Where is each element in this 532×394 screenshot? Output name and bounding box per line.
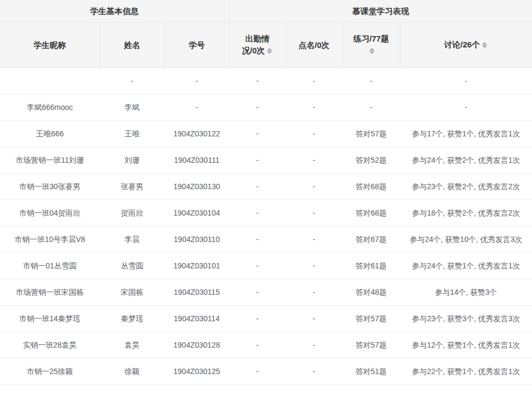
cell-exercise: 答对68题 bbox=[342, 200, 400, 226]
cell-discussion: 参与17个, 获赞1个, 优秀发言1次 bbox=[400, 121, 532, 147]
cell-student-id: - bbox=[164, 94, 229, 121]
cell-discussion: 参与22个, 获赞1个, 优秀发言1次 bbox=[400, 358, 532, 385]
cell-nickname: 市场营销一班宋国栋 bbox=[0, 279, 100, 306]
cell-student-id: 1904Z030111 bbox=[164, 147, 229, 174]
sort-caret[interactable] bbox=[481, 39, 488, 51]
cell-name: - bbox=[100, 68, 164, 94]
sort-caret[interactable] bbox=[266, 45, 273, 57]
cell-attendance: - bbox=[229, 174, 286, 200]
sort-desc-icon[interactable] bbox=[369, 51, 375, 57]
cell-name: 贺雨欣 bbox=[100, 200, 164, 226]
cell-attendance: - bbox=[229, 200, 286, 226]
sort-desc-icon[interactable] bbox=[267, 51, 272, 57]
cell-name: 徐颖 bbox=[100, 358, 164, 385]
cell-name: 李斌 bbox=[100, 94, 164, 121]
column-label: 学生昵称 bbox=[33, 40, 66, 50]
col-header-discussion[interactable]: 讨论/26个 bbox=[400, 23, 532, 68]
cell-student-id: 1904Z030122 bbox=[164, 121, 229, 147]
cell-student-id: 1904Z030128 bbox=[164, 332, 229, 358]
cell-nickname: 王唯666 bbox=[0, 121, 100, 147]
cell-name: 宋国栋 bbox=[100, 279, 164, 306]
cell-discussion: - bbox=[400, 68, 532, 94]
cell-attendance: - bbox=[229, 332, 286, 358]
col-header-student-id: 学号 bbox=[164, 23, 229, 68]
table-row: 市场营销一班宋国栋宋国栋1904Z030115--答对48题参与14个, 获赞3… bbox=[0, 279, 532, 306]
cell-student-id: 1904Z030104 bbox=[164, 200, 229, 226]
cell-student-id: 1904Z030130 bbox=[164, 174, 229, 200]
cell-discussion: 参与18个, 获赞2个, 优秀发言2次 bbox=[400, 200, 532, 226]
cell-nickname: 市销一01丛雪圆 bbox=[0, 253, 100, 279]
table-body: ------李斌666mooc李斌-----王唯666王唯1904Z030122… bbox=[0, 68, 532, 385]
cell-exercise: - bbox=[342, 68, 400, 94]
column-header-row: 学生昵称姓名学号出勤情况/0次点名/0次练习/77题讨论/26个 bbox=[0, 23, 532, 68]
cell-name: 王唯 bbox=[100, 121, 164, 147]
column-label: 出勤情况/0次 bbox=[242, 34, 270, 55]
cell-roll-call: - bbox=[286, 147, 342, 174]
cell-attendance: - bbox=[229, 68, 286, 94]
cell-exercise: 答对61题 bbox=[342, 253, 400, 279]
cell-student-id: 1904Z030125 bbox=[164, 358, 229, 385]
cell-student-id: 1904Z030114 bbox=[164, 306, 229, 332]
cell-attendance: - bbox=[229, 253, 286, 279]
group-header-mooc-performance: 慕课堂学习表现 bbox=[229, 0, 532, 23]
cell-nickname: 实销一班28袁昊 bbox=[0, 332, 100, 358]
cell-name: 李晨 bbox=[100, 226, 164, 253]
cell-nickname: 市销一班30张赛男 bbox=[0, 174, 100, 200]
cell-nickname: 市销一班10号李晨V8 bbox=[0, 226, 100, 253]
cell-attendance: - bbox=[229, 279, 286, 306]
cell-roll-call: - bbox=[286, 94, 342, 121]
student-performance-table: 学生基本信息 慕课堂学习表现 学生昵称姓名学号出勤情况/0次点名/0次练习/77… bbox=[0, 0, 532, 385]
cell-attendance: - bbox=[229, 94, 286, 121]
cell-exercise: 答对48题 bbox=[342, 279, 400, 306]
cell-exercise: 答对51题 bbox=[342, 358, 400, 385]
column-label: 练习/77题 bbox=[354, 34, 389, 43]
column-label: 讨论/26个 bbox=[444, 40, 480, 49]
cell-roll-call: - bbox=[286, 68, 342, 94]
sort-desc-icon[interactable] bbox=[482, 45, 487, 51]
cell-exercise: 答对67题 bbox=[342, 226, 400, 253]
cell-exercise: - bbox=[342, 94, 400, 121]
cell-nickname: 市场营销一班11刘珊 bbox=[0, 147, 100, 174]
cell-name: 袁昊 bbox=[100, 332, 164, 358]
cell-exercise: 答对57题 bbox=[342, 332, 400, 358]
cell-name: 张赛男 bbox=[100, 174, 164, 200]
cell-nickname: 市销一班14秦梦瑶 bbox=[0, 306, 100, 332]
col-header-name: 姓名 bbox=[100, 23, 164, 68]
cell-exercise: 答对57题 bbox=[342, 121, 400, 147]
cell-roll-call: - bbox=[286, 200, 342, 226]
cell-exercise: 答对52题 bbox=[342, 147, 400, 174]
cell-discussion: 参与23个, 获赞2个, 优秀发言2次 bbox=[400, 174, 532, 200]
sort-asc-icon[interactable] bbox=[369, 45, 375, 51]
table-row: 李斌666mooc李斌----- bbox=[0, 94, 532, 121]
cell-discussion: - bbox=[400, 94, 532, 121]
cell-roll-call: - bbox=[286, 121, 342, 147]
cell-discussion: 参与24个, 获赞10个, 优秀发言3次 bbox=[400, 226, 532, 253]
cell-discussion: 参与12个, 获赞1个, 优秀发言1次 bbox=[400, 332, 532, 358]
sort-caret[interactable] bbox=[369, 45, 375, 57]
group-header-student-info: 学生基本信息 bbox=[0, 0, 229, 23]
cell-nickname: 李斌666mooc bbox=[0, 94, 100, 121]
sort-asc-icon[interactable] bbox=[267, 45, 272, 51]
cell-roll-call: - bbox=[286, 174, 342, 200]
cell-attendance: - bbox=[229, 358, 286, 385]
cell-discussion: 参与24个, 获赞1个, 优秀发言1次 bbox=[400, 253, 532, 279]
table-row: 实销一班28袁昊袁昊1904Z030128--答对57题参与12个, 获赞1个,… bbox=[0, 332, 532, 358]
cell-student-id: 1904Z030115 bbox=[164, 279, 229, 306]
cell-exercise: 答对57题 bbox=[342, 306, 400, 332]
cell-roll-call: - bbox=[286, 306, 342, 332]
col-header-exercise[interactable]: 练习/77题 bbox=[342, 23, 400, 68]
table-row: 市销一班14秦梦瑶秦梦瑶1904Z030114--答对57题参与23个, 获赞3… bbox=[0, 306, 532, 332]
table-row: 市销一班04贺雨欣贺雨欣1904Z030104--答对68题参与18个, 获赞2… bbox=[0, 200, 532, 226]
col-header-attendance[interactable]: 出勤情况/0次 bbox=[229, 23, 286, 68]
cell-attendance: - bbox=[229, 226, 286, 253]
cell-attendance: - bbox=[229, 147, 286, 174]
column-label: 点名/0次 bbox=[299, 40, 330, 50]
sort-asc-icon[interactable] bbox=[482, 39, 487, 45]
table-row: 市场营销一班11刘珊刘珊1904Z030111--答对52题参与24个, 获赞2… bbox=[0, 147, 532, 174]
table-row: ------ bbox=[0, 68, 532, 94]
cell-discussion: 参与23个, 获赞3个, 优秀发言3次 bbox=[400, 306, 532, 332]
cell-student-id: 1904Z030101 bbox=[164, 253, 229, 279]
cell-nickname: 市销一25徐颖 bbox=[0, 358, 100, 385]
group-header-row: 学生基本信息 慕课堂学习表现 bbox=[0, 0, 532, 23]
table-row: 王唯666王唯1904Z030122--答对57题参与17个, 获赞1个, 优秀… bbox=[0, 121, 532, 147]
